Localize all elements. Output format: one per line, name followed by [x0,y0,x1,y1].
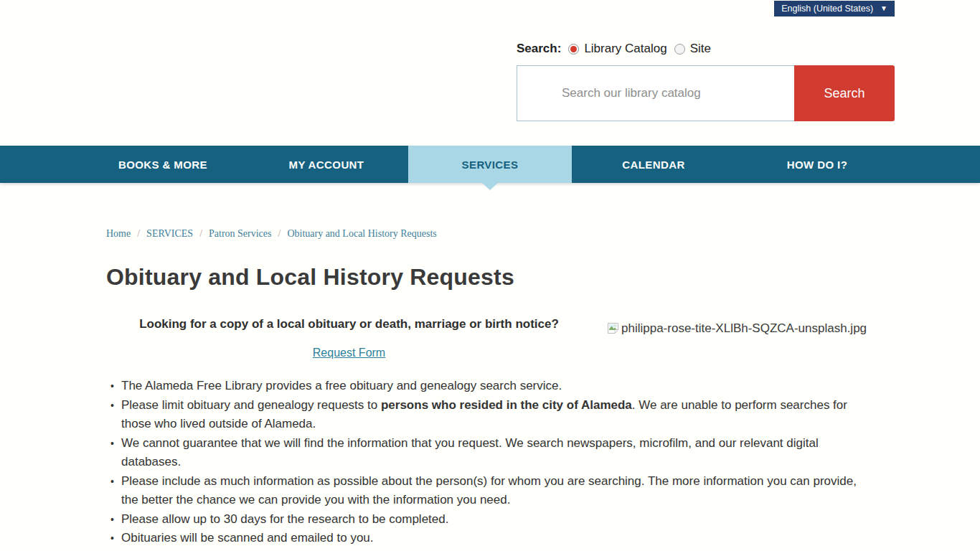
breadcrumb: Home/SERVICES/Patron Services/Obituary a… [106,228,874,240]
radio-selected-icon [568,44,579,55]
main-nav: BOOKS & MOREMY ACCOUNTSERVICESCALENDARHO… [0,146,980,183]
broken-image-icon [607,322,620,339]
nav-item-how-do-i[interactable]: HOW DO I? [735,146,899,183]
nav-item-calendar[interactable]: CALENDAR [572,146,735,183]
nav-item-my-account[interactable]: MY ACCOUNT [245,146,408,183]
bullet-list: The Alameda Free Library provides a free… [106,377,874,551]
breadcrumb-separator: / [278,228,281,239]
list-item: The Alameda Free Library provides a free… [106,377,874,396]
active-tab-arrow [482,183,498,190]
radio-site[interactable]: Site [674,42,711,56]
list-item: We cannot guarantee that we will find th… [106,434,874,472]
image-alt-text: philippa-rose-tite-XLlBh-SQZCA-unsplash.… [621,321,867,336]
main-content: Home/SERVICES/Patron Services/Obituary a… [106,183,874,551]
breadcrumb-link-patron-services[interactable]: Patron Services [209,228,271,239]
search-label: Search: [517,42,561,56]
list-item: Please include as much information as po… [106,472,874,510]
list-item: Obituaries will be scanned and emailed t… [106,529,874,548]
chevron-down-icon: ▼ [880,5,887,12]
nav-item-services[interactable]: SERVICES [408,146,572,183]
language-selector-label: English (United States) [781,4,873,14]
search-input[interactable] [517,65,794,121]
breadcrumb-link-obituary-and-local-history-requests[interactable]: Obituary and Local History Requests [287,228,436,239]
request-form-link[interactable]: Request Form [313,347,385,359]
breadcrumb-separator: / [199,228,202,239]
list-item: Please allow up to 30 days for the resea… [106,510,874,529]
radio-site-label: Site [690,42,711,56]
language-selector[interactable]: English (United States) ▼ [774,1,895,17]
radio-library-catalog-label: Library Catalog [584,42,666,56]
intro-question: Looking for a copy of a local obituary o… [106,316,592,332]
radio-library-catalog[interactable]: Library Catalog [568,42,666,56]
list-item: Please limit obituary and genealogy requ… [106,396,874,434]
breadcrumb-link-services[interactable]: SERVICES [146,228,193,239]
search-button[interactable]: Search [794,65,895,121]
radio-unselected-icon [674,44,685,55]
search-area: Search: Library Catalog Site Search [517,42,895,121]
breadcrumb-link-home[interactable]: Home [106,228,131,239]
site-header: English (United States) ▼ Search: Librar… [0,0,980,146]
intro-row: Looking for a copy of a local obituary o… [106,316,874,359]
nav-item-books-more[interactable]: BOOKS & MORE [81,146,245,183]
page-title: Obituary and Local History Requests [106,264,874,291]
list-item: In regards to local history, each search… [106,548,874,551]
breadcrumb-separator: / [137,228,140,239]
